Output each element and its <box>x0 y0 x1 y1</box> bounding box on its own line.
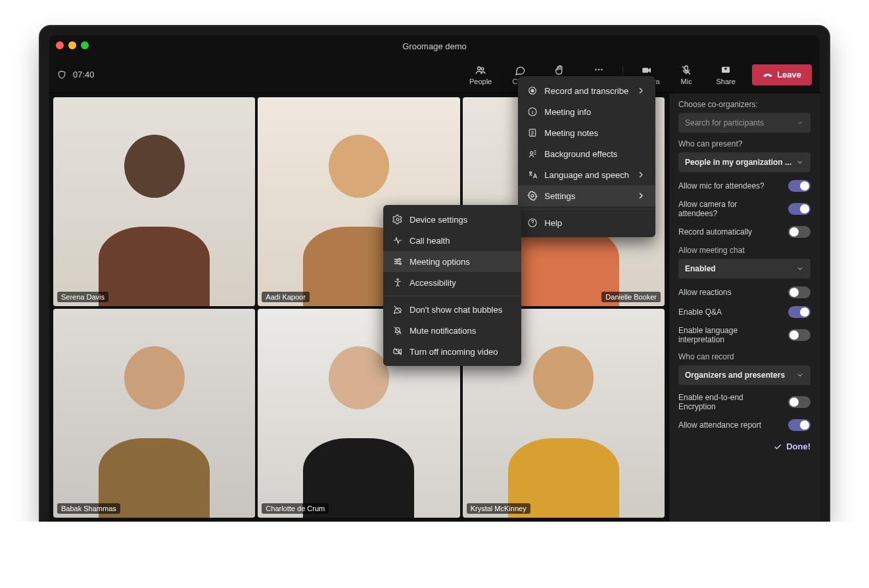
menu-item-meeting-options[interactable]: Meeting options <box>383 251 521 272</box>
menu-item-settings[interactable]: Settings <box>518 185 655 206</box>
svg-point-15 <box>398 258 400 260</box>
enable-qa-toggle[interactable] <box>788 306 810 318</box>
enable-qa-row: Enable Q&A <box>678 306 810 318</box>
hangup-icon <box>763 70 773 80</box>
participant-name: Krystal McKinney <box>467 503 530 514</box>
e2e-encryption-row: Enable end-to-end Encryption <box>678 393 810 411</box>
pulse-icon <box>392 235 403 246</box>
menu-item-background-effects[interactable]: Background effects <box>518 143 655 164</box>
menu-item-device-settings[interactable]: Device settings <box>383 209 521 230</box>
choose-coorganizers-label: Choose co-organizers: <box>678 100 810 109</box>
menu-item-hide-chat-bubbles[interactable]: Don't show chat bubbles <box>383 299 521 320</box>
who-can-present-dropdown[interactable]: People in my organization ... <box>678 152 810 172</box>
enable-interpretation-toggle[interactable] <box>788 329 810 341</box>
mic-button[interactable]: Mic <box>668 60 705 89</box>
participant-name: Serena Davis <box>57 292 108 302</box>
more-menu: Record and transcribe Meeting info Meeti… <box>518 76 655 237</box>
allow-mic-toggle[interactable] <box>788 180 810 192</box>
done-button[interactable]: Done! <box>678 441 810 451</box>
svg-point-8 <box>531 89 534 92</box>
svg-point-2 <box>595 68 596 70</box>
menu-item-call-health[interactable]: Call health <box>383 230 521 251</box>
camera-icon <box>641 64 653 76</box>
attendance-report-toggle[interactable] <box>788 419 810 431</box>
chat-off-icon <box>392 304 403 315</box>
chat-icon <box>514 64 526 76</box>
menu-separator <box>383 296 521 296</box>
maximize-window-icon[interactable] <box>81 41 89 49</box>
titlebar: Groomage demo <box>49 35 820 57</box>
meeting-duration: 07:40 <box>73 70 95 79</box>
bell-off-icon <box>392 325 403 336</box>
gear-icon <box>392 214 403 225</box>
svg-point-0 <box>478 66 481 70</box>
menu-item-meeting-info[interactable]: Meeting info <box>518 101 655 122</box>
svg-point-17 <box>400 263 402 265</box>
menu-item-help[interactable]: Help <box>518 212 655 233</box>
menu-item-language[interactable]: Language and speech <box>518 164 655 185</box>
chevron-down-icon <box>796 371 804 379</box>
search-participants-dropdown[interactable]: Search for participants <box>678 113 810 133</box>
accessibility-icon <box>392 277 403 288</box>
video-tile[interactable]: Babak Shammas <box>53 309 255 518</box>
shield-icon <box>57 70 66 80</box>
more-icon <box>593 64 605 76</box>
record-icon <box>527 85 538 96</box>
menu-item-turn-off-video[interactable]: Turn off incoming video <box>383 341 521 362</box>
allow-mic-row: Allow mic for attendees? <box>678 180 810 192</box>
menu-separator <box>518 209 655 210</box>
svg-point-18 <box>397 279 399 281</box>
menu-item-record[interactable]: Record and transcribe <box>518 80 655 101</box>
chevron-down-icon <box>796 265 804 273</box>
who-can-record-dropdown[interactable]: Organizers and presenters <box>678 365 810 385</box>
minimize-window-icon[interactable] <box>68 41 76 49</box>
svg-point-11 <box>530 152 533 154</box>
chevron-right-icon <box>636 85 646 96</box>
who-can-present-label: Who can present? <box>678 139 810 148</box>
participant-name: Aadi Kapoor <box>262 292 310 302</box>
attendance-report-row: Allow attendance report <box>678 419 810 431</box>
menu-item-accessibility[interactable]: Accessibility <box>383 272 521 293</box>
meeting-options-panel: Choose co-organizers: Search for partici… <box>669 93 820 522</box>
close-window-icon[interactable] <box>56 41 64 49</box>
svg-point-4 <box>601 68 602 70</box>
share-button[interactable]: Share <box>707 60 744 89</box>
chevron-down-icon <box>796 119 804 127</box>
menu-item-mute-notifications[interactable]: Mute notifications <box>383 320 521 341</box>
leave-button[interactable]: Leave <box>752 64 812 85</box>
record-automatically-row: Record automatically <box>678 226 810 238</box>
menu-item-meeting-notes[interactable]: Meeting notes <box>518 122 655 143</box>
notes-icon <box>527 127 538 138</box>
enable-interpretation-row: Enable language interpretation <box>678 326 810 344</box>
chevron-right-icon <box>636 191 646 201</box>
background-icon <box>527 148 538 159</box>
chevron-down-icon <box>796 158 804 166</box>
people-button[interactable]: People <box>462 60 499 89</box>
svg-point-1 <box>481 67 484 70</box>
svg-rect-5 <box>642 68 648 73</box>
allow-chat-dropdown[interactable]: Enabled <box>678 259 810 279</box>
allow-camera-row: Allow camera for attendees? <box>678 200 810 218</box>
allow-chat-label: Allow meeting chat <box>678 246 810 255</box>
app-window: Groomage demo 07:40 People Chat Reaction… <box>49 35 820 522</box>
window-title: Groomage demo <box>402 41 467 51</box>
info-icon <box>527 106 538 117</box>
mic-off-icon <box>680 64 692 76</box>
help-icon <box>527 217 538 228</box>
allow-reactions-toggle[interactable] <box>788 286 810 298</box>
participant-name: Charlotte de Crum <box>262 503 329 514</box>
video-tile[interactable]: Serena Davis <box>53 97 255 306</box>
share-icon <box>720 64 732 76</box>
check-icon <box>773 442 782 451</box>
allow-camera-toggle[interactable] <box>788 203 810 215</box>
hand-icon <box>553 64 565 76</box>
e2e-encryption-toggle[interactable] <box>788 396 810 408</box>
gear-icon <box>527 191 538 201</box>
svg-point-3 <box>598 68 599 70</box>
people-icon <box>475 64 486 76</box>
language-icon <box>527 170 538 180</box>
sliders-icon <box>392 256 403 267</box>
record-automatically-toggle[interactable] <box>788 226 810 238</box>
participant-name: Danielle Booker <box>601 292 661 302</box>
toolbar-left: 07:40 <box>57 70 95 80</box>
